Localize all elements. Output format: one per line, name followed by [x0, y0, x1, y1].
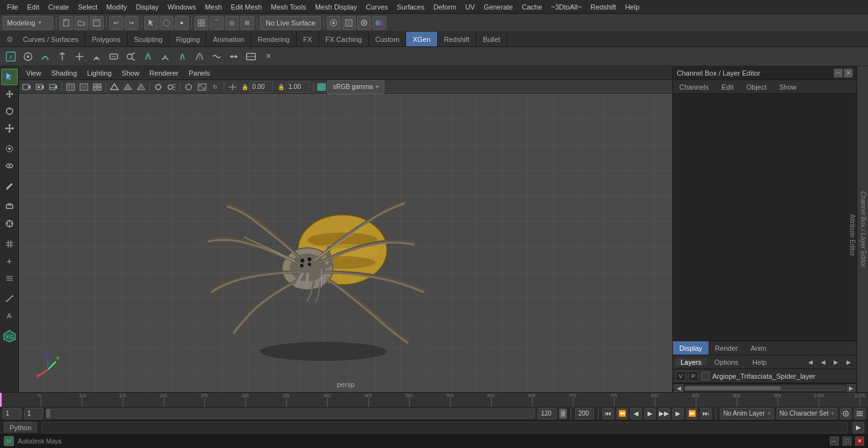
ipr-btn[interactable]: [342, 16, 356, 30]
xgen-btn-3[interactable]: [37, 48, 53, 65]
scroll-left-btn[interactable]: ◀: [674, 384, 683, 392]
tab-redshift[interactable]: Redshift: [438, 32, 477, 46]
ch-tab-edit[interactable]: Edit: [715, 80, 740, 93]
menu-redshift[interactable]: Redshift: [586, 2, 620, 12]
menu-create[interactable]: Create: [44, 2, 74, 12]
xgen-btn-2[interactable]: [20, 48, 36, 65]
layer-visibility-p[interactable]: P: [688, 371, 698, 381]
grid-add-btn[interactable]: +: [1, 253, 18, 269]
xgen-btn-13[interactable]: [208, 48, 225, 65]
select-tool[interactable]: [1, 69, 18, 85]
vp-cam-btn-3[interactable]: [47, 81, 60, 93]
xgen-btn-14[interactable]: [226, 48, 242, 65]
annotate-btn[interactable]: A: [1, 308, 18, 324]
tab-sculpting[interactable]: Sculpting: [128, 32, 170, 46]
menu-windows[interactable]: Windows: [163, 2, 201, 12]
scroll-track[interactable]: [684, 386, 845, 391]
layer-next-btn[interactable]: ▶: [843, 357, 854, 367]
move-tool[interactable]: [1, 86, 18, 102]
layer-tab-anim[interactable]: Anim: [744, 341, 773, 355]
frame-end-field[interactable]: 200: [575, 408, 594, 419]
step-forward-btn[interactable]: ⏩: [686, 408, 698, 419]
new-scene-btn[interactable]: [59, 16, 73, 30]
xgen-btn-6[interactable]: [88, 48, 105, 65]
workspace-dropdown[interactable]: Modeling ▾: [3, 16, 53, 30]
frame-start-field[interactable]: 1: [3, 408, 22, 419]
vp-flat-btn[interactable]: [121, 81, 134, 93]
viewport-canvas[interactable]: X Y Z persp: [19, 94, 672, 392]
prev-frame-btn[interactable]: ◀: [630, 408, 642, 419]
char-set-dropdown[interactable]: No Character Set ▾: [776, 408, 837, 419]
channel-box-close[interactable]: ✕: [844, 69, 853, 78]
vp-menu-lighting[interactable]: Lighting: [83, 68, 116, 78]
open-scene-btn[interactable]: [74, 16, 88, 30]
grid-btn[interactable]: [1, 236, 18, 252]
vp-menu-renderer[interactable]: Renderer: [145, 68, 183, 78]
window-close-btn[interactable]: ✕: [855, 437, 864, 445]
redo-btn[interactable]: ↪: [125, 16, 139, 30]
vp-menu-show[interactable]: Show: [118, 68, 144, 78]
rotate-tool[interactable]: [1, 103, 18, 119]
tab-rendering[interactable]: Rendering: [251, 32, 297, 46]
range-handle[interactable]: ▓: [559, 409, 567, 419]
frame-end-range-field[interactable]: 120: [538, 408, 557, 419]
universal-manip-btn[interactable]: [1, 140, 18, 157]
vp-lighting-btn-2[interactable]: [165, 81, 178, 93]
python-run-btn[interactable]: ▶: [853, 422, 864, 433]
menu-select[interactable]: Select: [74, 2, 102, 12]
select-tool-btn[interactable]: [144, 16, 158, 30]
layer-tab-render[interactable]: Render: [709, 341, 744, 355]
go-to-start-btn[interactable]: ⏮: [602, 408, 614, 419]
menu-cache[interactable]: Cache: [517, 2, 546, 12]
save-scene-btn[interactable]: [90, 16, 104, 30]
layer-collapse-btn[interactable]: ◀: [817, 357, 829, 367]
go-to-end-btn[interactable]: ⏭: [700, 408, 712, 419]
layers-sub-tab-help[interactable]: Help: [746, 358, 773, 366]
timeline-range-bar[interactable]: [46, 409, 535, 419]
vp-display-btn-1[interactable]: [64, 81, 77, 93]
vp-zoom-value[interactable]: 1.00: [285, 81, 309, 93]
tab-rigging[interactable]: Rigging: [170, 32, 207, 46]
snap-view-btn[interactable]: ⊞: [240, 16, 254, 30]
layer-color-swatch[interactable]: [701, 372, 710, 381]
measure-btn[interactable]: [1, 290, 18, 307]
vp-menu-shading[interactable]: Shading: [47, 68, 81, 78]
vp-menu-view[interactable]: View: [22, 68, 46, 78]
tab-bullet[interactable]: Bullet: [477, 32, 508, 46]
next-frame-btn[interactable]: ▶: [672, 408, 684, 419]
layer-expand-btn[interactable]: ▶: [830, 357, 841, 367]
xgen-btn-5[interactable]: [71, 48, 88, 65]
tab-fx[interactable]: FX: [297, 32, 319, 46]
xgen-btn-16[interactable]: ✕: [260, 48, 276, 65]
window-minimize-btn[interactable]: ─: [830, 437, 839, 445]
xgen-btn-1[interactable]: X: [3, 48, 19, 65]
render-settings-btn[interactable]: [357, 16, 371, 30]
xgen-btn-8[interactable]: [123, 48, 139, 65]
layer-tab-display[interactable]: Display: [673, 341, 709, 355]
paint-select-btn[interactable]: ●: [175, 16, 189, 30]
layers-sub-tab-options[interactable]: Options: [708, 358, 745, 366]
vp-menu-panels[interactable]: Panels: [184, 68, 215, 78]
ch-tab-show[interactable]: Show: [773, 80, 803, 93]
lasso-select-btn[interactable]: [159, 16, 173, 30]
grid-sub-btn[interactable]: [1, 270, 18, 287]
vp-shaded-btn[interactable]: [135, 81, 147, 93]
tab-polygons[interactable]: Polygons: [85, 32, 127, 46]
undo-btn[interactable]: ↩: [109, 16, 123, 30]
anim-layer-dropdown[interactable]: No Anim Layer ▾: [720, 408, 774, 419]
ch-tab-object[interactable]: Object: [740, 80, 773, 93]
tabs-settings-btn[interactable]: ⚙: [3, 32, 17, 46]
snap-grid-btn[interactable]: [194, 16, 208, 30]
menu-mesh[interactable]: Mesh: [200, 2, 226, 12]
paint-btn[interactable]: [1, 178, 18, 194]
vp-cam-btn-2[interactable]: [34, 81, 46, 93]
snap-curve-btn[interactable]: ⌒: [210, 16, 224, 30]
xgen-btn-7[interactable]: [105, 48, 122, 65]
python-tab[interactable]: Python: [4, 422, 37, 433]
vp-pan-btn[interactable]: [226, 81, 239, 93]
xgen-btn-10[interactable]: [157, 48, 173, 65]
vp-textures-btn[interactable]: [196, 81, 208, 93]
vp-pan-value[interactable]: 0.00: [249, 81, 273, 93]
vp-cam-btn-1[interactable]: [20, 81, 33, 93]
vp-wireframe-btn[interactable]: [108, 81, 121, 93]
